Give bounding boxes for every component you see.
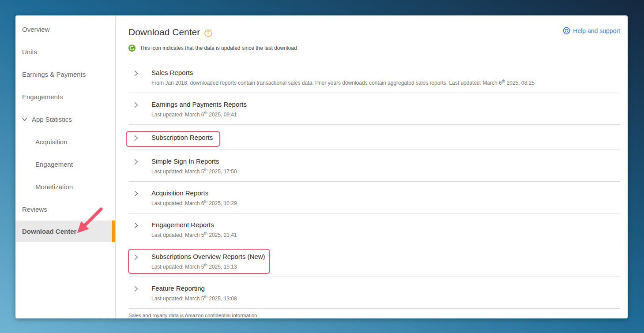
chevron-down-icon: [22, 118, 27, 121]
report-last-updated: From Jan 2018, downloaded reports contai…: [151, 79, 535, 86]
report-row-engagement: Engagement Reports Last updated: March 5…: [128, 213, 620, 245]
report-last-updated: Last updated: March 6th 2025, 10:29: [151, 199, 237, 206]
page-title: Download Center ?: [128, 27, 212, 37]
main-content: Download Center ?: [116, 15, 628, 318]
help-link-label: Help and support: [573, 27, 620, 34]
sidebar-item-download-center[interactable]: Download Center: [15, 221, 115, 242]
report-title: Subscriptions Overview Reports (New): [151, 253, 265, 260]
report-title: Earnings and Payments Reports: [151, 101, 247, 108]
report-last-updated: Last updated: March 6th 2025, 09:41: [151, 111, 247, 118]
lifebuoy-icon: [563, 27, 570, 34]
report-last-updated: Last updated: March 5th 2025, 17:50: [151, 168, 237, 175]
sidebar-item-monetization[interactable]: Monetization: [15, 176, 115, 198]
report-row-acquisition: Acquisition Reports Last updated: March …: [128, 182, 620, 213]
report-row-earnings-payments: Earnings and Payments Reports Last updat…: [128, 93, 620, 125]
sidebar-item-label: App Statistics: [32, 116, 72, 123]
sidebar-item-label: Monetization: [35, 183, 73, 191]
sidebar-item-overview[interactable]: Overview: [15, 18, 115, 41]
help-and-support-link[interactable]: Help and support: [563, 27, 620, 34]
help-icon[interactable]: ?: [204, 30, 212, 37]
report-title: Sales Reports: [151, 69, 535, 76]
report-row-sales: Sales Reports From Jan 2018, downloaded …: [128, 61, 620, 93]
sidebar-item-label: Units: [22, 48, 37, 56]
header: Download Center ?: [128, 27, 620, 37]
updated-data-note: This icon indicates that the data is upd…: [128, 45, 620, 52]
chevron-right-icon[interactable]: [134, 70, 138, 76]
chevron-right-icon[interactable]: [134, 135, 138, 141]
report-title: Engagement Reports: [151, 221, 237, 228]
confidential-footer-note: Sales and royalty data is Amazon confide…: [128, 309, 620, 318]
chevron-right-icon[interactable]: [134, 222, 138, 228]
sidebar-item-label: Earnings & Payments: [22, 71, 86, 78]
sidebar-item-units[interactable]: Units: [15, 41, 115, 63]
report-title: Simple Sign In Reports: [151, 157, 237, 165]
report-last-updated: Last updated: March 5th 2025, 15:13: [151, 263, 265, 270]
refresh-updated-icon: [128, 45, 136, 52]
report-title: Subscription Reports: [151, 134, 213, 141]
report-title: Feature Reporting: [151, 284, 237, 292]
selected-accent-bar: [112, 221, 115, 242]
chevron-right-icon[interactable]: [134, 102, 138, 108]
report-list: Sales Reports From Jan 2018, downloaded …: [128, 61, 620, 309]
report-row-feature-reporting: Feature Reporting Last updated: March 5t…: [128, 277, 620, 309]
report-row-subscriptions-overview: Subscriptions Overview Reports (New) Las…: [128, 245, 620, 277]
sidebar-item-label: Acquisition: [35, 138, 68, 146]
sidebar-item-engagement[interactable]: Engagement: [15, 153, 115, 176]
report-title: Acquisition Reports: [151, 189, 237, 197]
sidebar-item-label: Reviews: [22, 206, 47, 213]
download-center-window: Overview Units Earnings & Payments Engag…: [15, 15, 628, 318]
sidebar: Overview Units Earnings & Payments Engag…: [15, 15, 116, 318]
note-text: This icon indicates that the data is upd…: [140, 45, 297, 51]
sidebar-item-reviews[interactable]: Reviews: [15, 198, 115, 221]
sidebar-item-earnings-payments[interactable]: Earnings & Payments: [15, 63, 115, 86]
sidebar-item-label: Engagements: [22, 93, 63, 101]
chevron-right-icon[interactable]: [134, 286, 138, 292]
report-row-simple-sign-in: Simple Sign In Reports Last updated: Mar…: [128, 150, 620, 182]
report-last-updated: Last updated: March 5th 2025, 13:08: [151, 295, 237, 302]
sidebar-item-app-statistics[interactable]: App Statistics: [15, 108, 115, 131]
chevron-right-icon[interactable]: [134, 159, 138, 165]
report-row-subscription: Subscription Reports: [128, 125, 620, 150]
chevron-right-icon[interactable]: [134, 254, 138, 260]
sidebar-item-label: Download Center: [22, 228, 76, 235]
report-last-updated: Last updated: March 5th 2025, 21:41: [151, 231, 237, 238]
sidebar-item-acquisition[interactable]: Acquisition: [15, 131, 115, 153]
chevron-right-icon[interactable]: [134, 191, 138, 197]
sidebar-item-label: Overview: [22, 26, 50, 33]
sidebar-item-engagements[interactable]: Engagements: [15, 86, 115, 108]
svg-text:?: ?: [207, 31, 210, 36]
sidebar-item-label: Engagement: [35, 161, 73, 168]
